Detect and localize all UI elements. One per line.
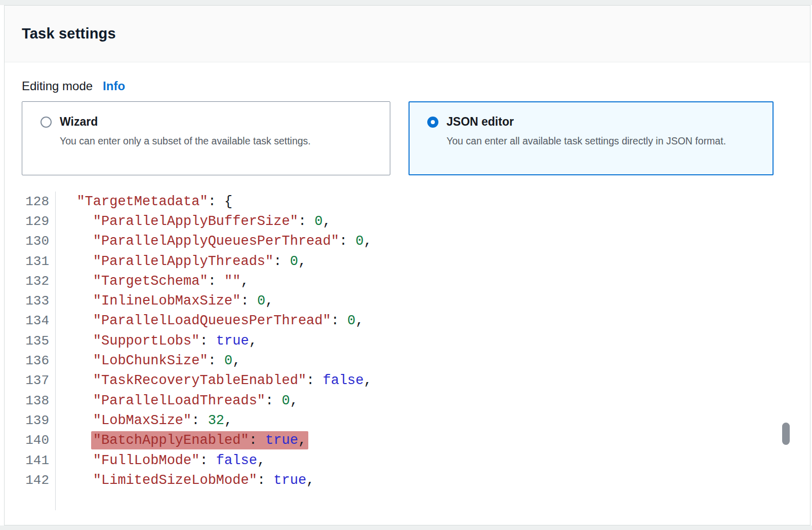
code-span: "InlineLobMaxSize": 0, (93, 293, 273, 309)
code-line: 139 "LobMaxSize": 32, (5, 410, 810, 430)
line-number: 140 (5, 431, 56, 450)
json-editor-radio-button[interactable] (427, 117, 438, 128)
option-wizard-head: Wizard (40, 115, 380, 129)
code-line: 129 "ParallelApplyBufferSize": 0, (5, 211, 810, 231)
wizard-option-description: You can enter only a subset of the avail… (60, 133, 380, 149)
code-line-text[interactable]: "FullLobMode": false, (56, 453, 265, 468)
code-span: "FullLobMode": false, (93, 453, 265, 468)
code-span: "LobChunkSize": 0, (93, 353, 241, 368)
code-line-text[interactable]: "TaskRecoveryTableEnabled": false, (56, 373, 372, 388)
editing-mode-options: Wizard You can enter only a subset of th… (22, 101, 810, 175)
json-editor-option-description: You can enter all available task setting… (446, 133, 753, 149)
code-span: "ParallelLoadThreads": 0, (93, 393, 298, 408)
line-number: 131 (5, 251, 56, 271)
code-span: "LimitedSizeLobMode": true, (93, 473, 314, 488)
line-number-empty (5, 490, 56, 510)
page-background-top (0, 0, 812, 5)
panel-body: Editing mode Info Wizard You can enter o… (5, 79, 810, 510)
line-number: 134 (5, 311, 56, 331)
code-span: "LobMaxSize": 32, (93, 413, 232, 428)
line-number: 129 (5, 211, 56, 231)
code-line: 131 "ParallelApplyThreads": 0, (5, 251, 810, 271)
code-line-text[interactable]: "ParallelLoadQueuesPerThread": 0, (56, 313, 364, 328)
code-span: "TaskRecoveryTableEnabled": false, (93, 373, 372, 388)
highlighted-code-span: "BatchApplyEnabled": true, (91, 431, 308, 449)
info-link[interactable]: Info (103, 79, 125, 93)
code-line: 137 "TaskRecoveryTableEnabled": false, (5, 371, 810, 391)
code-line-text[interactable]: "TargetMetadata": { (56, 194, 232, 209)
option-card-json-editor[interactable]: JSON editor You can enter all available … (409, 101, 774, 175)
panel-title: Task settings (22, 25, 116, 42)
code-span: "ParallelApplyBufferSize": 0, (93, 214, 331, 229)
code-line: 136 "LobChunkSize": 0, (5, 351, 810, 370)
line-number: 135 (5, 331, 56, 351)
json-editor-option-title: JSON editor (446, 115, 514, 129)
line-number: 132 (5, 271, 56, 291)
code-span: "ParallelLoadQueuesPerThread": 0, (93, 313, 364, 328)
code-span: "TargetSchema": "", (93, 274, 249, 289)
code-line-text[interactable]: "ParallelLoadThreads": 0, (56, 393, 298, 408)
code-line: 135 "SupportLobs": true, (5, 331, 810, 351)
code-line: 141 "FullLobMode": false, (5, 450, 810, 470)
code-line-text[interactable]: "ParallelApplyBufferSize": 0, (56, 214, 331, 229)
code-line: 142 "LimitedSizeLobMode": true, (5, 470, 810, 490)
editing-mode-label: Editing mode (22, 79, 93, 93)
code-line-text[interactable]: "LobChunkSize": 0, (56, 353, 240, 368)
panel-header: Task settings (5, 6, 810, 62)
code-line: 138 "ParallelLoadThreads": 0, (5, 391, 810, 410)
task-settings-panel: Task settings Editing mode Info Wizard Y… (4, 5, 810, 525)
editor-scrollbar-thumb[interactable] (782, 423, 790, 445)
code-line-text[interactable]: "TargetSchema": "", (56, 274, 249, 289)
code-span: "ParallelApplyQueuesPerThread": 0, (93, 234, 372, 249)
code-line: 128 "TargetMetadata": { (5, 192, 810, 211)
code-line-text[interactable]: "SupportLobs": true, (56, 333, 257, 349)
code-line-text[interactable]: "LimitedSizeLobMode": true, (56, 473, 314, 488)
editing-mode-row: Editing mode Info (22, 79, 810, 93)
code-span: "ParallelApplyThreads": 0, (93, 254, 306, 269)
code-line-text[interactable]: "ParallelApplyThreads": 0, (56, 254, 306, 269)
code-span: "TargetMetadata": { (76, 194, 232, 209)
option-card-wizard[interactable]: Wizard You can enter only a subset of th… (22, 101, 390, 175)
wizard-option-title: Wizard (60, 115, 98, 129)
code-line-text[interactable]: "BatchApplyEnabled": true, (56, 433, 306, 448)
code-line-text[interactable]: "InlineLobMaxSize": 0, (56, 293, 273, 309)
code-span: "SupportLobs": true, (93, 333, 257, 349)
option-json-head: JSON editor (427, 115, 762, 129)
line-number: 128 (5, 192, 56, 211)
gutter-extension (5, 490, 810, 510)
code-line: 133 "InlineLobMaxSize": 0, (5, 291, 810, 311)
json-code-editor[interactable]: 128 "TargetMetadata": {129 "ParallelAppl… (5, 192, 810, 510)
line-number: 136 (5, 351, 56, 370)
line-number: 130 (5, 232, 56, 251)
code-line: 130 "ParallelApplyQueuesPerThread": 0, (5, 232, 810, 251)
line-number: 142 (5, 470, 56, 490)
code-line: 132 "TargetSchema": "", (5, 271, 810, 291)
code-line-text[interactable]: "LobMaxSize": 32, (56, 413, 232, 428)
wizard-radio-button[interactable] (40, 117, 52, 128)
line-number: 141 (5, 450, 56, 470)
code-line: 140 "BatchApplyEnabled": true, (5, 431, 810, 450)
line-number: 133 (5, 291, 56, 311)
code-line: 134 "ParallelLoadQueuesPerThread": 0, (5, 311, 810, 331)
code-line-text[interactable]: "ParallelApplyQueuesPerThread": 0, (56, 234, 372, 249)
line-number: 138 (5, 391, 56, 410)
line-number: 137 (5, 371, 56, 391)
page-background-bottom (0, 525, 812, 530)
line-number: 139 (5, 410, 56, 430)
